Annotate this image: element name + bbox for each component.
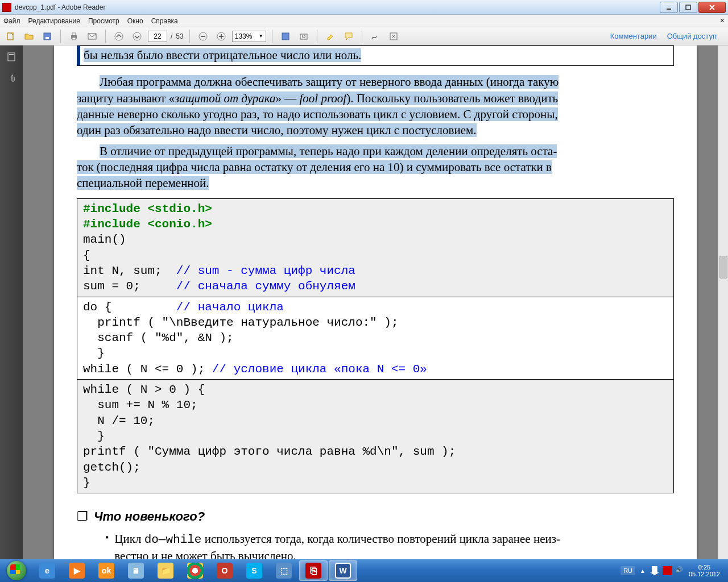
menu-edit[interactable]: Редактирование bbox=[28, 17, 80, 25]
tray-expand-icon[interactable]: ▲ bbox=[640, 568, 646, 574]
taskbar-explorer[interactable]: 📁 bbox=[151, 560, 180, 581]
chevron-down-icon: ▼ bbox=[259, 34, 263, 39]
navigation-pane bbox=[0, 45, 23, 559]
clock-date: 05.12.2012 bbox=[689, 571, 720, 577]
page-up-button[interactable] bbox=[111, 29, 126, 44]
start-button[interactable] bbox=[2, 560, 31, 581]
page-down-button[interactable] bbox=[130, 29, 144, 44]
taskbar-app[interactable]: ⬚ bbox=[270, 560, 298, 581]
taskbar-ie[interactable]: e bbox=[33, 560, 61, 581]
page-sep: / bbox=[171, 32, 172, 40]
top-line: бы нельзя было ввести отрицательное числ… bbox=[84, 48, 361, 62]
boxed-text: бы нельзя было ввести отрицательное числ… bbox=[77, 45, 674, 66]
bullet-1: • Цикл do—while используется тогда, когд… bbox=[105, 531, 674, 559]
code-block: #include <stdio.h> #include <conio.h> ma… bbox=[77, 198, 674, 493]
taskbar-chrome[interactable] bbox=[181, 560, 209, 581]
heading-text: Что новенького? bbox=[94, 508, 205, 525]
print-button[interactable] bbox=[67, 29, 81, 44]
paragraph-1: Любая программа должна обеспечивать защи… bbox=[77, 74, 674, 138]
pdf-page: бы нельзя было ввести отрицательное числ… bbox=[54, 45, 697, 559]
svg-point-20 bbox=[302, 35, 305, 38]
clock[interactable]: 0:25 05.12.2012 bbox=[689, 564, 720, 577]
email-button[interactable] bbox=[85, 29, 100, 44]
attachments-icon[interactable] bbox=[5, 72, 18, 85]
network-icon[interactable] bbox=[663, 566, 672, 575]
svg-rect-1 bbox=[686, 5, 690, 10]
scrollbar-thumb[interactable] bbox=[719, 256, 727, 278]
minimize-button[interactable] bbox=[660, 2, 678, 13]
code-section-2: do { // начало цикла printf ( "\nВведите… bbox=[77, 297, 673, 380]
menubar-close-icon[interactable]: × bbox=[720, 16, 725, 25]
open-button[interactable] bbox=[22, 29, 36, 44]
maximize-button[interactable] bbox=[679, 2, 697, 13]
paragraph-2: В отличие от предыдущей программы, тепер… bbox=[77, 143, 674, 192]
language-indicator[interactable]: RU bbox=[621, 566, 635, 575]
code-section-1: #include <stdio.h> #include <conio.h> ma… bbox=[77, 199, 673, 297]
svg-rect-8 bbox=[72, 33, 76, 35]
taskbar-wmp[interactable]: ▶ bbox=[63, 560, 91, 581]
book-icon: ❐ bbox=[77, 508, 88, 525]
windows-icon bbox=[7, 561, 26, 580]
volume-icon[interactable]: 🔊 bbox=[675, 566, 684, 575]
share-link[interactable]: Общий доступ bbox=[667, 32, 717, 40]
taskbar-mycomputer[interactable]: 🖥 bbox=[122, 560, 150, 581]
page-total: 53 bbox=[176, 32, 183, 40]
taskbar-word[interactable]: W bbox=[329, 560, 357, 581]
zoom-value: 133% bbox=[235, 32, 253, 40]
window-title: devcpp_1.pdf - Adobe Reader bbox=[15, 3, 659, 11]
read-mode-button[interactable] bbox=[386, 29, 401, 44]
section-heading: ❐ Что новенького? bbox=[77, 508, 674, 525]
tool-save-copy-button[interactable] bbox=[278, 29, 293, 44]
svg-rect-23 bbox=[9, 54, 14, 55]
taskbar-adobe-reader[interactable]: ⎘ bbox=[299, 560, 328, 581]
zoom-select[interactable]: 133%▼ bbox=[232, 31, 266, 42]
vertical-scrollbar[interactable] bbox=[718, 45, 728, 559]
pdf-icon bbox=[2, 3, 11, 12]
comment-button[interactable] bbox=[341, 29, 356, 44]
tool-snapshot-button[interactable] bbox=[296, 29, 311, 44]
svg-rect-6 bbox=[46, 37, 49, 39]
menu-view[interactable]: Просмотр bbox=[88, 17, 119, 25]
action-center-icon[interactable] bbox=[650, 566, 659, 575]
bullet-dot: • bbox=[105, 531, 109, 559]
taskbar-skype[interactable]: S bbox=[240, 560, 268, 581]
menu-window[interactable]: Окно bbox=[127, 17, 143, 25]
zoom-out-button[interactable] bbox=[196, 29, 210, 44]
menu-help[interactable]: Справка bbox=[151, 17, 178, 25]
sign-button[interactable] bbox=[368, 29, 383, 44]
close-button[interactable] bbox=[698, 2, 726, 13]
taskbar-opera[interactable]: O bbox=[210, 560, 239, 581]
save-button[interactable] bbox=[40, 29, 55, 44]
window-titlebar: devcpp_1.pdf - Adobe Reader bbox=[0, 0, 728, 15]
zoom-in-button[interactable] bbox=[214, 29, 229, 44]
system-tray: RU ▲ 🔊 0:25 05.12.2012 bbox=[621, 564, 726, 577]
menu-file[interactable]: Файл bbox=[3, 17, 20, 25]
menubar: Файл Редактирование Просмотр Окно Справк… bbox=[0, 15, 728, 27]
clock-time: 0:25 bbox=[689, 564, 720, 571]
taskbar-ok[interactable]: ok bbox=[92, 560, 121, 581]
toolbar: / 53 133%▼ Комментарии Общий доступ bbox=[0, 27, 728, 45]
svg-point-11 bbox=[115, 32, 123, 40]
svg-rect-18 bbox=[282, 33, 289, 40]
svg-point-12 bbox=[133, 32, 141, 40]
thumbnails-icon[interactable] bbox=[5, 50, 18, 64]
document-area[interactable]: бы нельзя было ввести отрицательное числ… bbox=[23, 45, 728, 559]
code-section-3: while ( N > 0 ) { sum += N % 10; N /= 10… bbox=[77, 380, 673, 493]
comments-link[interactable]: Комментарии bbox=[610, 32, 657, 40]
svg-rect-9 bbox=[72, 38, 76, 40]
highlight-button[interactable] bbox=[323, 29, 338, 44]
export-pdf-button[interactable] bbox=[3, 29, 18, 44]
taskbar: e ▶ ok 🖥 📁 O S ⬚ ⎘ W RU ▲ 🔊 0:25 05.12.2… bbox=[0, 559, 728, 582]
main-area: бы нельзя было ввести отрицательное числ… bbox=[0, 45, 728, 559]
page-number-input[interactable] bbox=[148, 31, 167, 42]
